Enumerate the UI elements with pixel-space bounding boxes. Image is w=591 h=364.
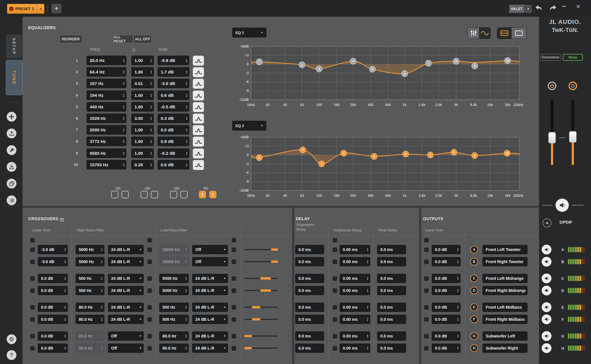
channel-G-mute-button[interactable] — [542, 331, 551, 341]
channel-C-level-meter — [568, 276, 585, 281]
green-meter-segment — [575, 276, 576, 281]
red-meter-segment — [583, 276, 585, 281]
green-meter-segment — [575, 317, 576, 322]
green-meter-segment — [568, 247, 569, 252]
channel-G-level-meter — [568, 333, 585, 339]
yellow-meter-segment — [580, 317, 581, 322]
green-meter-segment — [573, 333, 574, 339]
green-meter-segment — [575, 346, 576, 351]
yellow-meter-segment — [580, 259, 581, 264]
green-meter-segment — [573, 247, 574, 252]
red-meter-segment — [582, 317, 583, 322]
channel-B-mute-button[interactable] — [542, 257, 551, 267]
yellow-meter-segment — [578, 346, 579, 351]
green-meter-segment — [571, 317, 573, 322]
green-meter-segment — [570, 333, 571, 339]
green-meter-segment — [573, 317, 574, 322]
channel-A-mute-button[interactable] — [542, 245, 551, 254]
channel-A-label: A — [560, 248, 566, 252]
green-meter-segment — [571, 346, 573, 351]
green-meter-segment — [571, 333, 573, 339]
green-meter-segment — [570, 247, 571, 252]
red-meter-segment — [583, 305, 585, 310]
red-meter-segment — [582, 288, 583, 293]
green-meter-segment — [575, 288, 576, 293]
red-meter-segment — [583, 259, 585, 264]
channel-D-label: D — [560, 288, 566, 293]
channel-B-level-meter — [568, 259, 585, 264]
green-meter-segment — [575, 259, 576, 264]
green-meter-segment — [573, 259, 574, 264]
green-meter-segment — [570, 305, 571, 310]
red-meter-segment — [582, 346, 583, 351]
channel-G-label: G — [560, 334, 566, 338]
red-meter-segment — [583, 247, 585, 252]
yellow-meter-segment — [578, 288, 579, 293]
green-meter-segment — [573, 346, 574, 351]
channel-monitor-list: ABCDEFGH — [0, 0, 591, 364]
green-meter-segment — [570, 259, 571, 264]
green-meter-segment — [568, 288, 569, 293]
red-meter-segment — [583, 346, 585, 351]
channel-A-level-meter — [568, 247, 585, 252]
yellow-meter-segment — [580, 247, 581, 252]
yellow-meter-segment — [578, 259, 579, 264]
red-meter-segment — [582, 247, 583, 252]
red-meter-segment — [583, 333, 585, 339]
yellow-meter-segment — [578, 276, 579, 281]
yellow-meter-segment — [577, 346, 578, 351]
red-meter-segment — [583, 317, 585, 322]
channel-E-mute-button[interactable] — [542, 302, 551, 312]
red-meter-segment — [582, 305, 583, 310]
yellow-meter-segment — [577, 276, 578, 281]
yellow-meter-segment — [580, 305, 581, 310]
channel-F-mute-button[interactable] — [542, 314, 551, 324]
green-meter-segment — [575, 247, 576, 252]
green-meter-segment — [575, 333, 576, 339]
channel-D-mute-button[interactable] — [542, 286, 551, 295]
yellow-meter-segment — [580, 288, 581, 293]
red-meter-segment — [583, 288, 585, 293]
yellow-meter-segment — [580, 276, 581, 281]
green-meter-segment — [570, 346, 571, 351]
yellow-meter-segment — [580, 333, 581, 339]
green-meter-segment — [573, 276, 574, 281]
twk-tun-app: PRESET 1 ▼ + VALET ▼ – ✕ SETUP TUNE ⚙ ? … — [0, 0, 591, 364]
channel-E-level-meter — [568, 305, 585, 310]
yellow-meter-segment — [577, 333, 578, 339]
yellow-meter-segment — [577, 305, 578, 310]
yellow-meter-segment — [578, 317, 579, 322]
yellow-meter-segment — [578, 333, 579, 339]
channel-H-label: H — [560, 346, 566, 350]
channel-F-level-meter — [568, 317, 585, 322]
green-meter-segment — [568, 346, 569, 351]
green-meter-segment — [568, 317, 569, 322]
yellow-meter-segment — [577, 317, 578, 322]
yellow-meter-segment — [580, 346, 581, 351]
green-meter-segment — [573, 288, 574, 293]
green-meter-segment — [571, 259, 573, 264]
yellow-meter-segment — [578, 305, 579, 310]
green-meter-segment — [570, 288, 571, 293]
yellow-meter-segment — [577, 259, 578, 264]
red-meter-segment — [582, 259, 583, 264]
green-meter-segment — [571, 276, 573, 281]
green-meter-segment — [570, 276, 571, 281]
red-meter-segment — [582, 276, 583, 281]
channel-C-label: C — [560, 276, 566, 281]
green-meter-segment — [570, 317, 571, 322]
green-meter-segment — [575, 305, 576, 310]
channel-H-level-meter — [568, 346, 585, 351]
green-meter-segment — [568, 276, 569, 281]
green-meter-segment — [568, 305, 569, 310]
channel-F-label: F — [560, 317, 566, 322]
green-meter-segment — [568, 259, 569, 264]
yellow-meter-segment — [577, 247, 578, 252]
channel-C-mute-button[interactable] — [542, 274, 551, 283]
channel-E-label: E — [560, 305, 566, 310]
green-meter-segment — [568, 333, 569, 339]
red-meter-segment — [582, 333, 583, 339]
green-meter-segment — [571, 247, 573, 252]
channel-H-mute-button[interactable] — [542, 343, 551, 353]
green-meter-segment — [571, 305, 573, 310]
